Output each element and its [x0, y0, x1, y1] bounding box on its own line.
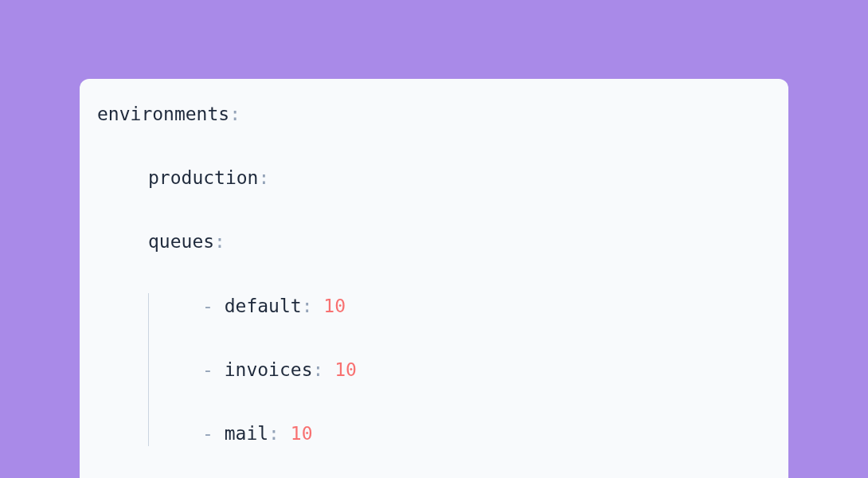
code-block: environments: production: queues: - defa…	[80, 79, 788, 478]
queues-list: - default: 10 - invoices: 10 - mail: 10	[148, 293, 771, 447]
colon-icon: :	[268, 423, 280, 444]
key-queues: queues	[148, 231, 214, 252]
code-line-queues: queues:	[97, 229, 771, 254]
queue-name: mail	[225, 423, 268, 444]
queue-value: 10	[334, 359, 357, 380]
queue-name: default	[225, 296, 302, 316]
colon-icon: :	[258, 167, 269, 188]
key-production: production	[148, 167, 258, 188]
code-line-environments: environments:	[97, 101, 771, 127]
queue-value: 10	[323, 296, 346, 316]
list-item: - default: 10	[202, 293, 771, 319]
colon-icon: :	[214, 231, 225, 252]
colon-icon: :	[229, 104, 240, 124]
dash-icon: -	[202, 296, 225, 316]
list-item: - invoices: 10	[202, 357, 771, 382]
colon-icon: :	[302, 296, 313, 316]
colon-icon: :	[312, 359, 323, 380]
code-line-production: production:	[97, 165, 771, 190]
list-item: - mail: 10	[202, 421, 771, 446]
key-environments: environments	[97, 104, 229, 124]
dash-icon: -	[202, 423, 225, 444]
queue-value: 10	[291, 423, 313, 444]
queue-name: invoices	[225, 359, 313, 380]
dash-icon: -	[202, 359, 225, 380]
indent-guide	[148, 293, 149, 447]
